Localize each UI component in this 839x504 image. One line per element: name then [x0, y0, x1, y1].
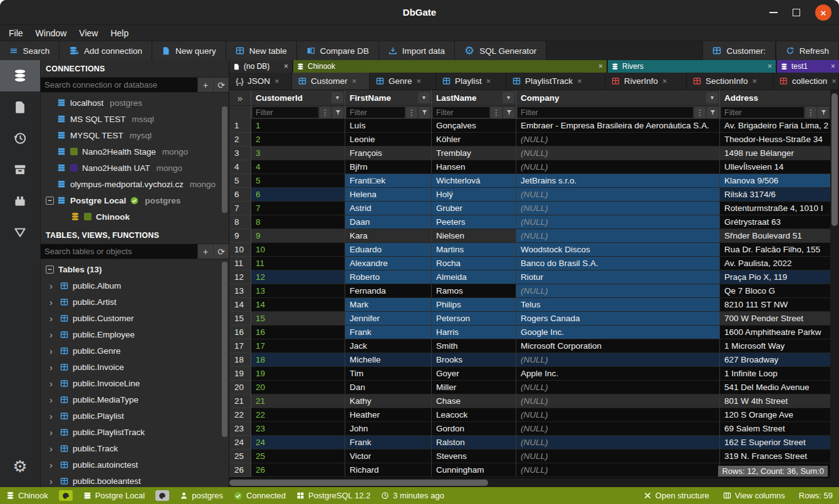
grid-cell-company[interactable]: (NULL) [516, 284, 720, 298]
grid-cell-first[interactable]: Frank [345, 436, 432, 450]
grid-cell-last[interactable]: Miller [432, 381, 516, 394]
table-row[interactable]: 2525VictorStevens(NULL)319 N. Frances St… [229, 450, 830, 463]
table-row[interactable]: 1313FernandaRamos(NULL)Qe 7 Bloco G [229, 284, 830, 298]
grid-cell-id[interactable]: 12 [251, 270, 345, 284]
column-dropdown-button[interactable]: ▾ [331, 92, 343, 103]
table-row[interactable]: 2020DanMiller(NULL)541 Del Medio Avenue [229, 381, 830, 394]
status-open-structure[interactable]: Open structure [644, 491, 709, 500]
table-row[interactable]: 88DaanPeeters(NULL)Grétrystraat 63 [229, 215, 830, 229]
grid-cell-address[interactable]: 319 N. Frances Street [720, 450, 830, 463]
filter-menu-button[interactable]: ⋮ [805, 107, 816, 118]
grid-cell-id[interactable]: 22 [251, 408, 345, 422]
filter-input-address[interactable] [721, 107, 804, 118]
status-rows-59[interactable]: Rows: 59 [799, 491, 833, 500]
filter-funnel-button[interactable] [332, 107, 343, 118]
table-row[interactable]: 1717JackSmithMicrosoft Corporation1 Micr… [229, 339, 830, 353]
tab-json[interactable]: {..}JSON× [229, 73, 292, 90]
grid-cell-last[interactable]: Leacock [432, 408, 516, 422]
grid-cell-id[interactable]: 5 [251, 174, 345, 188]
grid-horizontal-scrollbar[interactable] [229, 478, 830, 487]
grid-cell-company[interactable]: Embraer - Empresa Brasileira de Aeronáut… [516, 119, 720, 133]
close-group-icon[interactable]: × [768, 62, 772, 71]
grid-cell-address[interactable]: Klanova 9/506 [720, 174, 830, 188]
grid-cell-address[interactable]: Rotenturmstraße 4, 1010 I [720, 202, 830, 215]
status-chinook[interactable]: Chinook [6, 490, 48, 501]
grid-cell-id[interactable]: 1 [251, 119, 345, 133]
table-row[interactable]: 1515JenniferPetersonRogers Canada700 W P… [229, 312, 830, 326]
filter-input-company[interactable] [518, 107, 693, 118]
refresh-connections-button[interactable]: ⟳ [213, 78, 229, 92]
grid-cell-id[interactable]: 23 [251, 422, 345, 436]
expand-chevron-icon[interactable]: › [50, 379, 56, 388]
grid-cell-first[interactable]: Kara [345, 229, 432, 243]
close-tab-icon[interactable]: × [417, 76, 422, 86]
grid-cell-company[interactable]: (NULL) [516, 436, 720, 450]
grid-cell-company[interactable]: Rogers Canada [516, 312, 720, 326]
tab-riverinfo[interactable]: RiverInfo× [605, 73, 687, 90]
expand-chevron-icon[interactable]: › [50, 346, 56, 356]
grid-cell-id[interactable]: 10 [251, 243, 345, 257]
expand-chevron-icon[interactable]: › [50, 411, 56, 421]
status-chip[interactable] [59, 490, 73, 501]
grid-cell-first[interactable]: Eduardo [345, 243, 432, 257]
grid-cell-company[interactable]: (NULL) [516, 202, 720, 215]
grid-cell-company[interactable]: Google Inc. [516, 326, 720, 339]
grid-cell-address[interactable]: Qe 7 Bloco G [720, 284, 830, 298]
grid-cell-company[interactable]: (NULL) [516, 394, 720, 408]
grid-cell-last[interactable]: Peterson [432, 312, 516, 326]
expand-chevron-icon[interactable]: › [50, 330, 56, 339]
minimize-button[interactable] [769, 12, 778, 13]
grid-cell-id[interactable]: 7 [251, 202, 345, 215]
table-item-public-genre[interactable]: ›public.Genre [41, 342, 229, 359]
grid-cell-first[interactable]: Jennifer [345, 312, 432, 326]
table-item-public-playlisttrack[interactable]: ›public.PlaylistTrack [41, 424, 229, 440]
column-header-company[interactable]: Company▾ [516, 90, 720, 105]
grid-cell-id[interactable]: 14 [251, 298, 345, 312]
menu-item-file[interactable]: File [3, 28, 29, 38]
table-row[interactable]: 33FrançoisTremblay(NULL)1498 rue Bélange… [229, 147, 830, 160]
grid-cell-address[interactable]: Rilská 3174/6 [720, 188, 830, 202]
tab-sectioninfo[interactable]: SectionInfo× [687, 73, 773, 90]
close-tab-icon[interactable]: × [274, 76, 279, 86]
grid-cell-id[interactable]: 3 [251, 147, 345, 160]
add-connection-small-button[interactable]: + [197, 78, 213, 92]
grid-cell-company[interactable]: (NULL) [516, 133, 720, 147]
table-row[interactable]: 1010EduardoMartinsWoodstock DiscosRua Dr… [229, 243, 830, 257]
filter-funnel-button[interactable] [503, 107, 514, 118]
column-dropdown-button[interactable]: ▾ [503, 92, 514, 103]
tab-genre[interactable]: Genre× [370, 73, 436, 90]
expand-chevron-icon[interactable]: › [50, 395, 56, 404]
grid-cell-last[interactable]: Philips [432, 298, 516, 312]
add-table-small-button[interactable]: + [197, 244, 213, 259]
grid-cell-address[interactable]: Praça Pio X, 119 [720, 270, 830, 284]
grid-cell-first[interactable]: François [345, 147, 432, 160]
table-item-public-mediatype[interactable]: ›public.MediaType [41, 391, 229, 408]
tables-search-input[interactable] [41, 244, 197, 259]
grid-cell-first[interactable]: John [345, 422, 432, 436]
grid-cell-company[interactable]: (NULL) [516, 353, 720, 367]
status-postgres[interactable]: postgres [180, 490, 223, 501]
rail-item-connections[interactable] [0, 60, 40, 91]
grid-cell-first[interactable]: Bjřrn [345, 160, 432, 174]
expand-chevron-icon[interactable]: › [50, 363, 56, 372]
grid-cell-first[interactable]: Luís [345, 119, 432, 133]
filter-menu-button[interactable]: ⋮ [491, 107, 502, 118]
grid-cell-last[interactable]: Tremblay [432, 147, 516, 160]
toolbar-button-import-data[interactable]: Import data [379, 41, 455, 60]
grid-cell-first[interactable]: Mark [345, 298, 432, 312]
table-row[interactable]: 1414MarkPhilipsTelus8210 111 ST NW [229, 298, 830, 312]
refresh-tables-button[interactable]: ⟳ [213, 244, 229, 259]
status-connected[interactable]: Connected [234, 490, 286, 501]
grid-cell-address[interactable]: 1498 rue Bélanger [720, 147, 830, 160]
close-group-icon[interactable]: × [598, 62, 603, 71]
table-row[interactable]: 1818MichelleBrooks(NULL)627 Broadway [229, 353, 830, 367]
connection-item-mysql-test[interactable]: MYSQL TESTmysql [41, 127, 229, 143]
grid-cell-company[interactable]: Banco do Brasil S.A. [516, 257, 720, 270]
expand-chevron-icon[interactable]: › [50, 476, 56, 486]
grid-cell-id[interactable]: 2 [251, 133, 345, 147]
grid-cell-first[interactable]: Jack [345, 339, 432, 353]
toolbar-button-compare-db[interactable]: Compare DB [297, 41, 379, 60]
filter-input-lastname[interactable] [433, 107, 489, 118]
column-header-firstname[interactable]: FirstName▾ [345, 90, 432, 105]
grid-cell-first[interactable]: Frank [345, 326, 432, 339]
